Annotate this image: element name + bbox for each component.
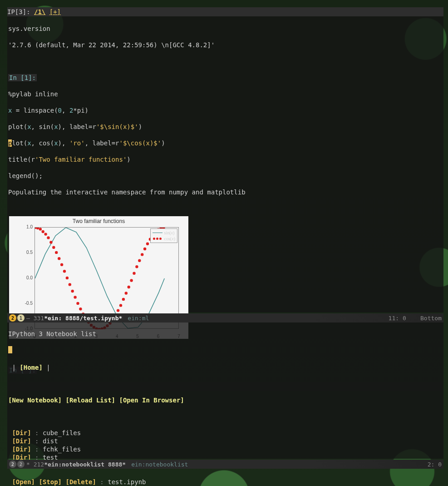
- modeline-top: 2 1 — 331 *ein: 8888/test.ipynb* ein:ml …: [7, 313, 443, 322]
- ytick: -0.5: [17, 301, 33, 306]
- output-text: Populating the interactive namespace fro…: [8, 188, 443, 196]
- svg-point-35: [128, 286, 130, 288]
- action-row: [New Notebook] [Reload List] [Open In Br…: [8, 396, 443, 404]
- dir-row: [Dir] : cube_files: [8, 429, 443, 437]
- svg-point-7: [52, 246, 55, 249]
- svg-point-9: [58, 257, 60, 260]
- notebook-content[interactable]: sys.version '2.7.6 (default, Mar 22 2014…: [7, 16, 443, 213]
- modeline-badge: 2: [9, 314, 16, 322]
- cursor: [8, 346, 12, 353]
- svg-point-0: [35, 228, 36, 229]
- svg-point-5: [47, 236, 49, 239]
- legend-label: cos(x): [164, 236, 175, 241]
- tab-plus[interactable]: [+]: [49, 8, 61, 15]
- tab-label: IP[3]:: [7, 8, 30, 15]
- code-line[interactable]: %pylab inline: [8, 90, 443, 98]
- svg-point-16: [76, 302, 79, 305]
- code-line[interactable]: sys.version: [8, 25, 443, 33]
- code-line[interactable]: x = linspace(0, 2*pi): [8, 106, 443, 114]
- svg-point-15: [74, 296, 76, 298]
- modeline-bottom: 2 2 * 212 *ein:notebooklist 8888* ein:no…: [7, 460, 443, 469]
- tab-bar: IP[3]: /1\ [+]: [7, 7, 443, 16]
- svg-point-12: [66, 277, 69, 279]
- svg-point-2: [39, 228, 42, 230]
- file-name[interactable]: test.ipynb: [108, 478, 146, 486]
- svg-point-4: [44, 233, 47, 235]
- plot-title: Two familiar functions: [9, 218, 188, 224]
- cell-prompt: In [1]:: [8, 74, 37, 81]
- ytick: 0.5: [17, 250, 33, 255]
- dir-tag[interactable]: [Dir]: [12, 437, 31, 445]
- svg-point-34: [125, 292, 128, 294]
- modeline-mode: ein:notebooklist: [131, 461, 188, 468]
- reload-list-button[interactable]: [Reload List]: [65, 397, 115, 404]
- legend-line-icon: [153, 233, 162, 233]
- svg-point-33: [122, 298, 125, 301]
- ytick: 0.0: [17, 275, 33, 280]
- dir-tag[interactable]: [Dir]: [12, 429, 31, 436]
- svg-point-38: [135, 265, 138, 268]
- dir-row: [Dir] : dist: [8, 437, 443, 445]
- dir-name[interactable]: dist: [43, 437, 58, 445]
- svg-point-8: [55, 251, 58, 254]
- svg-point-36: [130, 279, 133, 282]
- notebooklist-title: IPython 3 Notebook list: [8, 330, 443, 338]
- svg-point-32: [119, 304, 122, 307]
- open-in-browser-button[interactable]: [Open In Browser]: [119, 397, 184, 404]
- svg-point-13: [69, 283, 71, 286]
- svg-point-10: [60, 263, 63, 266]
- modeline-badge: 2: [9, 461, 16, 468]
- modeline-badge: 1: [17, 314, 25, 322]
- modeline-filename: *ein: 8888/test.ipynb*: [44, 315, 122, 322]
- tab-active[interactable]: /1\: [34, 8, 45, 15]
- notebook-pane[interactable]: IP[3]: /1\ [+] sys.version '2.7.6 (defau…: [7, 7, 443, 312]
- ytick: 1.0: [17, 224, 33, 229]
- modeline-mode: ein:ml: [128, 315, 149, 322]
- code-line[interactable]: plot(x, sin(x), label=r'$\sin(x)$'): [8, 123, 443, 131]
- dir-row: [Dir] : fchk_files: [8, 445, 443, 453]
- dir-tag[interactable]: [Dir]: [12, 446, 31, 453]
- svg-point-3: [42, 230, 44, 233]
- output-text: '2.7.6 (default, Mar 22 2014, 22:59:56) …: [8, 41, 443, 49]
- svg-point-39: [138, 259, 141, 262]
- modeline-badge: 2: [17, 461, 25, 468]
- legend-dots-icon: [153, 238, 162, 240]
- home-link[interactable]: [Home]: [20, 364, 43, 371]
- svg-point-41: [143, 248, 146, 250]
- code-line[interactable]: plot(x, cos(x), 'ro', label=r'$\cos(x)$'…: [8, 139, 443, 147]
- stop-button[interactable]: [Stop]: [39, 478, 62, 486]
- notebooklist-pane[interactable]: IPython 3 Notebook list | [Home] | [New …: [7, 322, 443, 459]
- code-line[interactable]: legend();: [8, 172, 443, 180]
- legend-label: sin(x): [164, 230, 175, 235]
- svg-point-11: [63, 270, 66, 273]
- svg-point-6: [49, 241, 52, 243]
- new-notebook-button[interactable]: [New Notebook]: [8, 397, 62, 404]
- dir-name[interactable]: fchk_files: [43, 446, 81, 453]
- svg-point-17: [79, 307, 82, 310]
- svg-point-42: [146, 243, 149, 245]
- dir-name[interactable]: cube_files: [43, 429, 81, 436]
- plot-legend: sin(x) cos(x): [150, 228, 177, 243]
- open-button[interactable]: [Open]: [12, 478, 35, 486]
- code-line[interactable]: title(r'Two familiar functions'): [8, 155, 443, 164]
- svg-point-40: [141, 253, 143, 256]
- svg-point-14: [71, 290, 74, 293]
- file-row: [Open] [Stop] [Delete] : test.ipynb: [8, 478, 443, 486]
- svg-point-37: [133, 272, 135, 275]
- svg-point-31: [117, 309, 119, 312]
- modeline-filename: *ein:notebooklist 8888*: [44, 461, 126, 468]
- svg-point-1: [36, 228, 39, 229]
- delete-button[interactable]: [Delete]: [65, 478, 96, 486]
